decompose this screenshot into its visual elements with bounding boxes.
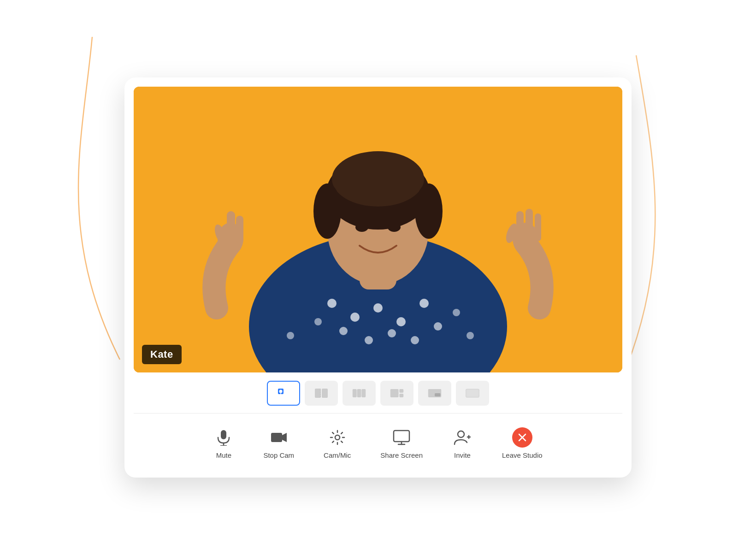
layout-btn-side[interactable] xyxy=(380,381,413,406)
svg-point-22 xyxy=(415,183,443,239)
controls-bar: Mute Stop Cam Cam/Mic xyxy=(134,421,622,464)
studio-container: Kate xyxy=(124,77,632,478)
svg-point-24 xyxy=(388,223,401,232)
leave-studio-icon-wrap xyxy=(512,427,532,448)
svg-rect-32 xyxy=(535,213,541,241)
svg-rect-44 xyxy=(399,389,403,393)
video-area: Kate xyxy=(134,87,622,372)
layout-selector xyxy=(134,381,622,406)
divider xyxy=(134,413,622,413)
svg-rect-52 xyxy=(271,433,282,442)
mute-button[interactable]: Mute xyxy=(210,425,237,461)
svg-rect-49 xyxy=(221,430,226,439)
leave-studio-label: Leave Studio xyxy=(502,451,543,459)
svg-point-3 xyxy=(327,299,337,308)
layout-btn-single[interactable] xyxy=(267,381,300,406)
settings-icon xyxy=(330,430,345,445)
video-person-svg xyxy=(134,87,622,372)
svg-rect-26 xyxy=(227,211,235,243)
svg-point-21 xyxy=(313,183,341,239)
stop-cam-button[interactable]: Stop Cam xyxy=(260,425,298,461)
svg-rect-27 xyxy=(236,216,243,243)
mic-icon xyxy=(216,429,231,446)
monitor-icon xyxy=(393,430,410,445)
svg-rect-31 xyxy=(526,209,533,241)
svg-rect-41 xyxy=(357,389,361,397)
svg-marker-53 xyxy=(282,433,287,442)
close-icon xyxy=(517,432,527,443)
svg-rect-48 xyxy=(466,389,479,397)
participant-name-badge: Kate xyxy=(142,345,182,364)
svg-point-9 xyxy=(365,336,373,344)
leave-icon-circle xyxy=(512,427,532,448)
share-screen-icon-wrap xyxy=(391,427,412,448)
svg-point-20 xyxy=(332,151,424,207)
svg-point-14 xyxy=(287,332,294,339)
svg-point-11 xyxy=(411,336,419,344)
layout-btn-grid2[interactable] xyxy=(305,381,338,406)
svg-point-4 xyxy=(350,313,360,322)
svg-rect-37 xyxy=(315,389,321,398)
layout-btn-pip[interactable] xyxy=(418,381,451,406)
mute-label: Mute xyxy=(216,451,231,459)
cam-mic-label: Cam/Mic xyxy=(324,451,351,459)
svg-rect-40 xyxy=(353,389,357,397)
svg-rect-55 xyxy=(394,431,409,442)
leave-studio-button[interactable]: Leave Studio xyxy=(498,425,546,461)
svg-point-10 xyxy=(388,329,396,337)
svg-point-35 xyxy=(279,390,283,393)
svg-point-16 xyxy=(467,332,474,339)
video-placeholder: Kate xyxy=(134,87,622,372)
share-screen-button[interactable]: Share Screen xyxy=(377,425,426,461)
invite-label: Invite xyxy=(454,451,471,459)
svg-point-5 xyxy=(373,303,383,313)
cam-mic-button[interactable]: Cam/Mic xyxy=(320,425,354,461)
svg-rect-45 xyxy=(399,394,403,397)
svg-point-23 xyxy=(355,223,368,232)
svg-rect-43 xyxy=(390,389,399,397)
svg-point-13 xyxy=(314,318,322,325)
camera-icon xyxy=(270,431,288,444)
svg-point-6 xyxy=(396,317,406,326)
mute-icon-wrap xyxy=(213,427,234,448)
svg-point-15 xyxy=(453,309,460,316)
svg-point-8 xyxy=(339,327,348,335)
svg-point-12 xyxy=(434,322,442,331)
svg-point-58 xyxy=(458,431,464,437)
svg-point-7 xyxy=(419,299,429,308)
svg-point-54 xyxy=(335,435,340,440)
svg-rect-42 xyxy=(361,389,366,397)
svg-rect-38 xyxy=(322,389,328,398)
svg-rect-30 xyxy=(516,211,524,241)
stop-cam-icon-wrap xyxy=(269,427,289,448)
invite-button[interactable]: Invite xyxy=(449,425,476,461)
stop-cam-label: Stop Cam xyxy=(263,451,294,459)
layout-btn-blank[interactable] xyxy=(456,381,489,406)
share-screen-label: Share Screen xyxy=(380,451,423,459)
person-add-icon xyxy=(454,430,471,445)
svg-rect-47 xyxy=(435,393,440,396)
layout-btn-grid3[interactable] xyxy=(343,381,376,406)
invite-icon-wrap xyxy=(452,427,472,448)
cam-mic-icon-wrap xyxy=(327,427,348,448)
